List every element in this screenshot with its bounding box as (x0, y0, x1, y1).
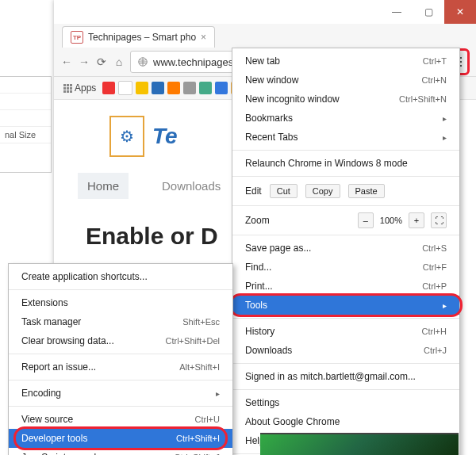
apps-label: Apps (75, 82, 96, 94)
zoom-out-button[interactable]: – (358, 212, 374, 228)
menu-relaunch[interactable]: Relaunch Chrome in Windows 8 mode (232, 154, 459, 173)
sub-js-console[interactable]: JavaScript consoleCtrl+Shift+J (9, 448, 232, 455)
bookmark-item[interactable] (136, 82, 148, 94)
menu-incognito[interactable]: New incognito windowCtrl+Shift+N (232, 90, 459, 109)
home-button[interactable]: ⌂ (113, 55, 125, 68)
reload-button[interactable]: ⟳ (95, 55, 108, 68)
bookmark-item[interactable] (215, 82, 228, 94)
close-button[interactable]: ✕ (444, 0, 476, 24)
zoom-in-button[interactable]: + (409, 212, 424, 228)
menu-new-window[interactable]: New windowCtrl+N (232, 71, 459, 90)
menu-settings[interactable]: Settings (232, 393, 459, 412)
tab-title: Technipages – Smart pho (88, 32, 196, 43)
sub-view-source[interactable]: View sourceCtrl+U (9, 410, 232, 429)
maximize-button[interactable]: ▢ (413, 0, 444, 24)
menu-downloads[interactable]: DownloadsCtrl+J (232, 341, 459, 360)
bookmark-item[interactable] (199, 82, 212, 94)
menu-signed-in[interactable]: Signed in as mitch.bartlett@gmail.com... (232, 367, 459, 386)
sub-task-manager[interactable]: Task managerShift+Esc (9, 312, 232, 331)
paste-button[interactable]: Paste (348, 184, 385, 198)
gear-icon: ⚙ (109, 116, 144, 157)
zoom-value: 100% (380, 216, 402, 225)
sub-developer-tools[interactable]: Developer toolsCtrl+Shift+I (9, 429, 232, 448)
sub-clear-data[interactable]: Clear browsing data...Ctrl+Shift+Del (9, 331, 232, 350)
tab-close-icon[interactable]: × (201, 32, 206, 43)
chevron-right-icon: ▸ (216, 389, 220, 398)
chevron-right-icon: ▸ (443, 133, 447, 142)
window-titlebar: — ▢ ✕ (54, 0, 476, 24)
tab-strip: TP Technipages – Smart pho × (54, 24, 476, 48)
sub-report-issue[interactable]: Report an issue...Alt+Shift+I (9, 358, 232, 377)
chevron-right-icon: ▸ (443, 114, 447, 123)
minimize-button[interactable]: — (381, 0, 413, 24)
globe-icon (137, 56, 148, 67)
menu-print[interactable]: Print...Ctrl+P (232, 277, 459, 296)
chevron-right-icon: ▸ (443, 301, 447, 310)
bookmark-item[interactable] (118, 81, 132, 95)
apps-shortcut[interactable]: Apps (60, 82, 99, 94)
cut-button[interactable]: Cut (270, 184, 298, 198)
sub-create-shortcuts[interactable]: Create application shortcuts... (9, 267, 232, 286)
back-button[interactable]: ← (60, 55, 73, 68)
menu-find[interactable]: Find...Ctrl+F (232, 258, 459, 277)
chrome-menu: New tabCtrl+T New windowCtrl+N New incog… (232, 48, 460, 455)
menu-bookmarks[interactable]: Bookmarks▸ (232, 109, 459, 128)
copy-button[interactable]: Copy (305, 184, 340, 198)
menu-zoom-row: Zoom – 100% + ⛶ (232, 209, 459, 231)
menu-save-as[interactable]: Save page as...Ctrl+S (232, 239, 459, 258)
zoom-label: Zoom (245, 215, 351, 226)
tab-technipages[interactable]: TP Technipages – Smart pho × (62, 26, 215, 48)
apps-icon (63, 84, 72, 93)
forward-button[interactable]: → (78, 55, 90, 68)
menu-recent-tabs[interactable]: Recent Tabs▸ (232, 128, 459, 147)
sub-encoding[interactable]: Encoding▸ (9, 384, 232, 403)
fullscreen-button[interactable]: ⛶ (431, 212, 447, 228)
tools-submenu: Create application shortcuts... Extensio… (8, 263, 233, 455)
bookmark-item[interactable] (183, 82, 196, 94)
nav-downloads[interactable]: Downloads (152, 173, 230, 199)
sub-extensions[interactable]: Extensions (9, 293, 232, 312)
menu-tools[interactable]: Tools▸ (232, 296, 459, 315)
menu-about[interactable]: About Google Chrome (232, 412, 459, 431)
side-panel-row: nal Size (0, 127, 51, 143)
logo-text: Te (152, 124, 178, 149)
menu-new-tab[interactable]: New tabCtrl+T (232, 52, 459, 71)
favicon-icon: TP (71, 31, 83, 44)
bookmark-item[interactable] (102, 82, 115, 94)
menu-edit-row: Edit Cut Copy Paste (232, 180, 459, 202)
menu-history[interactable]: HistoryCtrl+H (232, 322, 459, 341)
bookmark-item[interactable] (152, 82, 164, 94)
side-panel: nal Size (0, 76, 52, 173)
nav-home[interactable]: Home (78, 173, 129, 199)
thumbnail-image (260, 433, 459, 455)
edit-label: Edit (245, 185, 262, 197)
bookmark-item[interactable] (167, 82, 180, 94)
